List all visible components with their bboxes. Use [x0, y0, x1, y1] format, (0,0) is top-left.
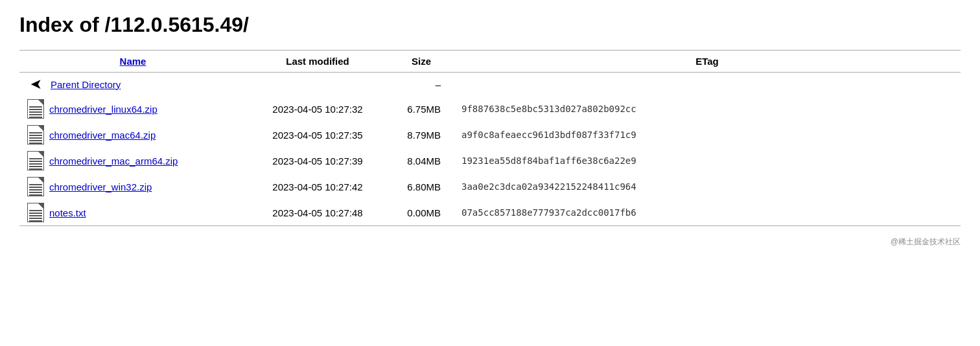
file-listing-table: Name Last modified Size ETag ➤ Parent Di… — [19, 50, 961, 226]
file-etag: 9f887638c5e8bc5313d027a802b092cc — [454, 96, 961, 122]
file-modified: 2023-04-05 10:27:42 — [246, 174, 389, 200]
file-link[interactable]: notes.txt — [49, 207, 86, 218]
file-link[interactable]: chromedriver_linux64.zip — [49, 104, 158, 115]
file-etag: a9f0c8afeaecc961d3bdf087f33f71c9 — [454, 122, 961, 148]
watermark: @稀土掘金技术社区 — [19, 236, 961, 248]
file-etag: 19231ea55d8f84baf1aff6e38c6a22e9 — [454, 148, 961, 174]
table-header-row: Name Last modified Size ETag — [19, 51, 961, 73]
table-row: chromedriver_linux64.zip 2023-04-05 10:2… — [19, 96, 961, 122]
col-header-etag: ETag — [454, 51, 961, 73]
file-size: 6.75MB — [389, 96, 454, 122]
file-name-cell: chromedriver_mac_arm64.zip — [19, 148, 246, 174]
file-name-cell: notes.txt — [19, 200, 246, 226]
file-size: 8.04MB — [389, 148, 454, 174]
parent-modified — [246, 73, 389, 97]
table-row: chromedriver_mac64.zip 2023-04-05 10:27:… — [19, 122, 961, 148]
back-icon: ➤ — [27, 76, 45, 93]
table-row: ➤ Parent Directory – — [19, 73, 961, 97]
file-icon — [27, 151, 44, 170]
file-etag: 3aa0e2c3dca02a93422152248411c964 — [454, 174, 961, 200]
file-link[interactable]: chromedriver_mac64.zip — [49, 130, 156, 141]
col-header-size: Size — [389, 51, 454, 73]
parent-etag — [454, 73, 961, 97]
file-modified: 2023-04-05 10:27:32 — [246, 96, 389, 122]
file-modified: 2023-04-05 10:27:48 — [246, 200, 389, 226]
file-icon — [27, 99, 44, 119]
page-title: Index of /112.0.5615.49/ — [19, 13, 961, 37]
table-row: chromedriver_win32.zip 2023-04-05 10:27:… — [19, 174, 961, 200]
col-header-name: Name — [19, 51, 246, 73]
file-icon — [27, 203, 44, 222]
table-row: chromedriver_mac_arm64.zip 2023-04-05 10… — [19, 148, 961, 174]
col-header-modified: Last modified — [246, 51, 389, 73]
file-etag: 07a5cc857188e777937ca2dcc0017fb6 — [454, 200, 961, 226]
file-icon — [27, 177, 44, 196]
file-modified: 2023-04-05 10:27:35 — [246, 122, 389, 148]
parent-dir-link[interactable]: Parent Directory — [51, 79, 121, 90]
file-modified: 2023-04-05 10:27:39 — [246, 148, 389, 174]
file-size: 6.80MB — [389, 174, 454, 200]
parent-dir-cell: ➤ Parent Directory — [19, 73, 246, 97]
parent-size: – — [389, 73, 454, 97]
file-size: 8.79MB — [389, 122, 454, 148]
name-sort-link[interactable]: Name — [120, 56, 146, 67]
table-row: notes.txt 2023-04-05 10:27:48 0.00MB 07a… — [19, 200, 961, 226]
file-link[interactable]: chromedriver_win32.zip — [49, 181, 152, 192]
file-name-cell: chromedriver_win32.zip — [19, 174, 246, 200]
file-link[interactable]: chromedriver_mac_arm64.zip — [49, 156, 178, 167]
file-size: 0.00MB — [389, 200, 454, 226]
file-name-cell: chromedriver_linux64.zip — [19, 96, 246, 122]
file-name-cell: chromedriver_mac64.zip — [19, 122, 246, 148]
file-icon — [27, 125, 44, 144]
